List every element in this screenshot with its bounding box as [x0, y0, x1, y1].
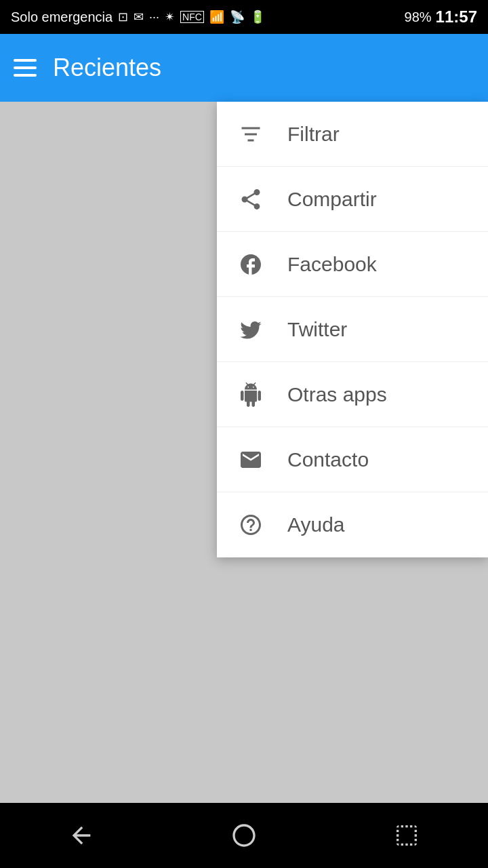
- hamburger-line-3: [14, 74, 37, 77]
- nfc-icon: NFC: [180, 11, 204, 23]
- filter-icon: [236, 119, 266, 149]
- status-left: Solo emergencia ⊡ ✉ ··· ✴ NFC 📶 📡 🔋: [11, 9, 265, 25]
- menu-label-filtrar: Filtrar: [287, 123, 340, 146]
- menu-item-filtrar[interactable]: Filtrar: [217, 102, 488, 167]
- menu-label-contacto: Contacto: [287, 448, 369, 471]
- share-icon: [236, 184, 266, 214]
- menu-label-facebook: Facebook: [287, 253, 377, 276]
- bluetooth-icon: ✴: [165, 9, 175, 24]
- email-status-icon: ✉: [134, 9, 144, 24]
- android-icon: [236, 380, 266, 410]
- facebook-icon: [236, 250, 266, 279]
- main-content: Filtrar Compartir Facebook: [0, 102, 488, 803]
- menu-item-compartir[interactable]: Compartir: [217, 167, 488, 232]
- more-icon: ···: [149, 10, 159, 24]
- hamburger-button[interactable]: [14, 59, 37, 77]
- help-icon: [236, 510, 266, 540]
- battery-percent: 98%: [405, 9, 432, 25]
- twitter-icon: [236, 315, 266, 344]
- bottom-nav: [0, 803, 488, 868]
- hamburger-line-2: [14, 66, 37, 69]
- dropdown-menu: Filtrar Compartir Facebook: [217, 102, 488, 557]
- status-bar: Solo emergencia ⊡ ✉ ··· ✴ NFC 📶 📡 🔋 98% …: [0, 0, 488, 34]
- status-right: 98% 11:57: [405, 7, 477, 26]
- home-button[interactable]: [217, 808, 271, 863]
- email-icon: [236, 445, 266, 475]
- menu-item-contacto[interactable]: Contacto: [217, 427, 488, 492]
- menu-label-otras-apps: Otras apps: [287, 383, 387, 406]
- back-button[interactable]: [54, 808, 108, 863]
- menu-item-otras-apps[interactable]: Otras apps: [217, 362, 488, 427]
- menu-item-twitter[interactable]: Twitter: [217, 297, 488, 362]
- photo-icon: ⊡: [118, 9, 128, 24]
- menu-item-facebook[interactable]: Facebook: [217, 232, 488, 297]
- recents-button[interactable]: [380, 808, 434, 863]
- app-bar: Recientes: [0, 34, 488, 102]
- signal-icon: 📶: [209, 9, 224, 24]
- menu-label-ayuda: Ayuda: [287, 513, 345, 536]
- menu-label-twitter: Twitter: [287, 318, 347, 341]
- battery-saver-icon: 🔋: [250, 9, 265, 24]
- hamburger-line-1: [14, 59, 37, 62]
- menu-item-ayuda[interactable]: Ayuda: [217, 492, 488, 557]
- page-title: Recientes: [53, 54, 161, 82]
- wifi-icon: 📡: [230, 9, 245, 24]
- carrier-text: Solo emergencia: [11, 9, 113, 25]
- status-time: 11:57: [436, 7, 477, 26]
- menu-label-compartir: Compartir: [287, 188, 377, 211]
